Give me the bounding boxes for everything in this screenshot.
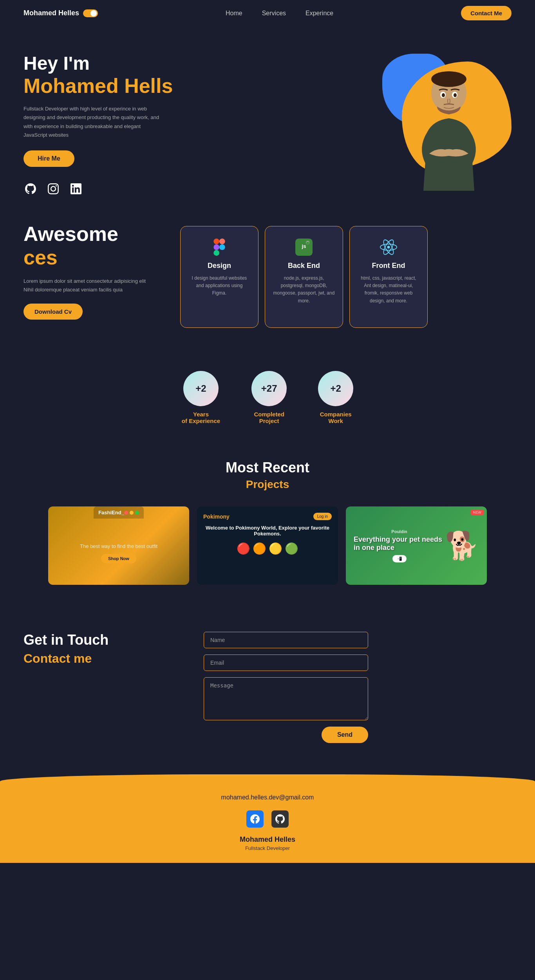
service-card-frontend: Front End html, css, javascript, react, … xyxy=(349,226,428,328)
stat-projects: +27 Completed Project xyxy=(251,371,287,424)
stat-companies: +2 Companies Work xyxy=(318,371,353,424)
svg-text:js: js xyxy=(302,243,306,249)
stat-experience-value: +2 xyxy=(195,383,206,394)
stat-experience: +2 Years of Experience xyxy=(182,371,220,424)
pet-dog-image: 🐕 xyxy=(445,532,479,559)
svg-point-18 xyxy=(387,246,390,248)
footer: mohamed.helles.dev@gmail.com Mohamed Hel… xyxy=(0,774,535,863)
stat-companies-label-main: Companies xyxy=(320,411,352,418)
stat-companies-circle: +2 xyxy=(318,371,353,406)
stat-projects-label-main: Completed xyxy=(254,411,284,418)
svg-rect-6 xyxy=(213,239,219,244)
service-card-backend: js Back End node.js, express.js, postgre… xyxy=(265,226,343,328)
github-icon[interactable] xyxy=(23,182,38,196)
contact-nav-button[interactable]: Contact Me xyxy=(461,6,512,20)
svg-point-10 xyxy=(219,244,225,250)
nav-logo: Mohamed Helles xyxy=(23,9,98,17)
nav-links: Home Services Experince xyxy=(226,10,333,17)
logo-text: Mohamed Helles xyxy=(23,9,79,17)
frontend-card-title: Front End xyxy=(372,262,405,270)
contact-message-input[interactable] xyxy=(204,677,368,720)
react-icon xyxy=(379,237,398,257)
hero-person-image xyxy=(398,58,500,199)
pokemon-logo: Pokimony xyxy=(203,514,230,520)
theme-toggle[interactable] xyxy=(83,9,98,17)
stat-companies-sublabel: Work xyxy=(320,418,352,424)
footer-social xyxy=(23,810,512,828)
stat-experience-circle: +2 xyxy=(183,371,219,406)
nav-home[interactable]: Home xyxy=(226,10,242,16)
design-card-title: Design xyxy=(208,262,231,270)
pokemon-title: Welcome to Pokimony World, Explore your … xyxy=(203,525,332,537)
svg-point-5 xyxy=(454,93,457,97)
pet-brand: Pouldin xyxy=(354,529,445,534)
hero-name: Mohamed Hells xyxy=(23,74,188,98)
hero-description: Fullstack Developer with high level of e… xyxy=(23,105,164,139)
nav-services[interactable]: Services xyxy=(262,10,286,16)
social-icons xyxy=(23,182,188,196)
stat-projects-sublabel: Project xyxy=(254,418,284,424)
projects-section: Most Recent Projects FashiEnd_ The best … xyxy=(0,444,535,608)
contact-subheading: Contact me xyxy=(23,651,172,666)
svg-rect-9 xyxy=(213,250,219,256)
instagram-icon[interactable] xyxy=(46,182,60,196)
pokemon-balls: 🔴 🟠 🟡 🟢 xyxy=(203,542,332,555)
project-card-fashion[interactable]: FashiEnd_ The best way to find the best … xyxy=(48,506,189,585)
contact-email-input[interactable] xyxy=(204,655,368,671)
stat-experience-sublabel: of Experience xyxy=(182,418,220,424)
hero-image-area xyxy=(378,50,512,199)
footer-facebook-icon[interactable] xyxy=(246,810,264,828)
svg-point-4 xyxy=(442,93,445,97)
footer-github-icon[interactable] xyxy=(271,810,289,828)
contact-name-input[interactable] xyxy=(204,632,368,648)
services-description: Lorem ipsum dolor sit amet consectetur a… xyxy=(23,277,157,294)
projects-subheading: Projects xyxy=(23,478,512,491)
services-left: Awesome ces Lorem ipsum dolor sit amet c… xyxy=(23,222,157,328)
stat-projects-label: Completed Project xyxy=(254,411,284,424)
navbar: Mohamed Helles Home Services Experince C… xyxy=(0,0,535,26)
linkedin-icon[interactable] xyxy=(69,182,83,196)
figma-icon xyxy=(210,237,229,257)
stat-projects-circle: +27 xyxy=(251,371,287,406)
pokemon-login-button[interactable]: Log in xyxy=(313,513,332,520)
hire-me-button[interactable]: Hire Me xyxy=(23,150,74,167)
awesome-text: Awesome xyxy=(23,222,157,246)
send-button[interactable]: Send xyxy=(322,727,368,743)
contact-heading: Get in Touch xyxy=(23,632,172,648)
toggle-circle xyxy=(90,10,97,16)
ces-text: ces xyxy=(23,246,157,269)
project-card-pokemon[interactable]: Pokimony Log in Welcome to Pokimony Worl… xyxy=(197,506,338,585)
svg-point-1 xyxy=(431,71,466,87)
frontend-card-desc: html, css, javascript, react, Ant design… xyxy=(358,275,419,305)
hero-text: Hey I'm Mohamed Hells Fullstack Develope… xyxy=(23,52,188,195)
pet-text-area: Pouldin Everything your pet needs in one… xyxy=(354,529,445,562)
backend-card-desc: node.js, express.js, postgresql, mongoDB… xyxy=(273,275,335,305)
nav-experience[interactable]: Experince xyxy=(305,10,333,16)
footer-email: mohamed.helles.dev@gmail.com xyxy=(23,794,512,801)
contact-left: Get in Touch Contact me xyxy=(23,632,172,666)
pet-new-badge: NEW xyxy=(471,510,484,515)
backend-card-title: Back End xyxy=(288,262,320,270)
stat-experience-label-main: Years xyxy=(182,411,220,418)
projects-heading: Most Recent xyxy=(23,459,512,476)
stat-companies-label: Companies Work xyxy=(320,411,352,424)
design-card-desc: I design beautiful websites and applicat… xyxy=(188,275,250,297)
pet-cta-button[interactable]: 📲 xyxy=(392,555,407,562)
projects-grid: FashiEnd_ The best way to find the best … xyxy=(23,506,512,585)
services-cards: Design I design beautiful websites and a… xyxy=(180,222,512,328)
stat-projects-value: +27 xyxy=(261,383,277,394)
project-card-pet[interactable]: Pouldin Everything your pet needs in one… xyxy=(346,506,487,585)
fashion-desc: The best way to find the best outfit xyxy=(80,543,157,549)
stat-companies-value: +2 xyxy=(331,383,341,394)
contact-section: Get in Touch Contact me Send xyxy=(0,608,535,767)
services-section: Awesome ces Lorem ipsum dolor sit amet c… xyxy=(0,214,535,351)
stat-experience-label: Years of Experience xyxy=(182,411,220,424)
nodejs-icon: js xyxy=(294,237,314,257)
fashion-cta: Shop Now xyxy=(101,554,136,563)
svg-rect-7 xyxy=(219,239,225,244)
download-cv-button[interactable]: Download Cv xyxy=(23,304,83,320)
services-heading-white: Awesome ces xyxy=(23,222,157,269)
stats-section: +2 Years of Experience +27 Completed Pro… xyxy=(0,351,535,444)
svg-rect-8 xyxy=(213,244,219,250)
footer-tagline: Fullstack Developer xyxy=(23,845,512,851)
